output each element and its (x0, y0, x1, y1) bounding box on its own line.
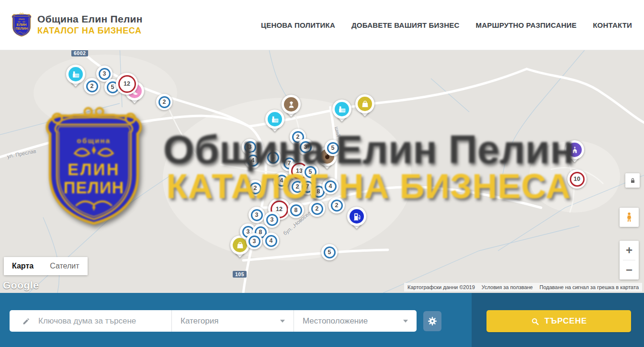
nav-item-add-business[interactable]: ДОБАВЕТЕ ВАШИЯТ БИЗНЕС (351, 21, 459, 29)
crest-line1-text: ЕЛИН (17, 23, 26, 27)
fuel-icon (350, 209, 364, 224)
map-pin-factory[interactable] (66, 65, 85, 90)
crest-line1-text: ЕЛИН (68, 160, 120, 179)
worker-icon (284, 97, 298, 112)
cluster-count: 3 (253, 238, 256, 245)
map-type-satellite-button[interactable]: Сателит (42, 257, 87, 275)
google-logo[interactable]: Google (3, 280, 39, 291)
cluster-marker[interactable]: 2 (84, 78, 100, 94)
cluster-marker[interactable]: 3 (264, 212, 280, 228)
cluster-marker[interactable]: 12 (116, 73, 138, 95)
crest-top-text: община (19, 18, 25, 20)
category-dropdown-label: Категория (181, 316, 218, 326)
cluster-count: 12 (276, 206, 282, 213)
map-pin-worker[interactable] (282, 95, 301, 120)
cluster-count: 2 (90, 83, 94, 90)
pegman-icon (623, 212, 635, 223)
chevron-down-icon (280, 320, 285, 323)
cluster-count: 3 (255, 212, 259, 218)
watermark-crest: община ЕЛИН ПЕЛИН (40, 103, 148, 226)
cluster-count: 3 (103, 70, 106, 77)
municipality-crest-icon: община ЕЛИН ПЕЛИН (11, 11, 33, 37)
gear-icon (427, 316, 438, 326)
attribution-copyright: Картографски данни ©2019 (404, 283, 478, 291)
cluster-count: 3 (271, 216, 274, 223)
cluster-marker[interactable]: 4 (263, 233, 279, 249)
cluster-count: 5 (328, 249, 331, 256)
cluster-count: 5 (111, 84, 114, 90)
search-bar: Категория Местоположение (0, 293, 644, 347)
road-number-badge: 105 (233, 271, 247, 278)
crest-line2-text: ПЕЛИН (64, 179, 124, 197)
watermark-subtitle: КАТАЛОГ НА БИЗНЕСА (160, 167, 577, 206)
site-subtitle: КАТАЛОГ НА БИЗНЕСА (37, 26, 143, 36)
shopping-bag-icon (233, 238, 247, 252)
pencil-icon (22, 317, 31, 325)
search-icon (531, 317, 540, 326)
main-nav: ЦЕНОВА ПОЛИТИКА ДОБАВЕТЕ ВАШИЯТ БИЗНЕС М… (261, 0, 632, 50)
category-dropdown[interactable]: Категория (172, 310, 294, 332)
location-dropdown-label: Местоположение (303, 316, 368, 326)
cluster-marker[interactable]: 5 (321, 244, 338, 260)
factory-icon (268, 112, 282, 126)
crest-line2-text: ПЕЛИН (15, 26, 27, 31)
zoom-control: + − (620, 241, 639, 280)
map-canvas[interactable]: 2351222353467135427842128223338345106002… (0, 50, 644, 293)
cluster-count: 8 (294, 207, 298, 213)
search-button[interactable]: ТЪРСЕНЕ (486, 310, 631, 332)
watermark-title: Община Елин Пелин (158, 126, 579, 173)
site-title: Община Елин Пелин (37, 13, 143, 25)
cluster-marker[interactable]: 3 (246, 233, 262, 249)
factory-icon (335, 102, 349, 116)
attribution-terms-link[interactable]: Условия за ползване (478, 283, 536, 291)
zoom-in-button[interactable]: + (620, 241, 639, 260)
search-fields-group: Категория Местоположение (10, 310, 417, 332)
cluster-count: 12 (124, 80, 130, 87)
factory-icon (68, 67, 83, 81)
keyword-search-input[interactable] (37, 316, 171, 326)
cluster-marker[interactable]: 2 (156, 94, 172, 110)
header: община ЕЛИН ПЕЛИН Община Елин Пелин КАТА… (0, 0, 644, 50)
location-dropdown[interactable]: Местоположение (294, 310, 417, 332)
lock-icon (629, 177, 637, 185)
map-lock-button[interactable] (625, 173, 640, 188)
map-attribution: Картографски данни ©2019 Условия за полз… (404, 283, 642, 291)
nav-item-contacts[interactable]: КОНТАКТИ (593, 21, 632, 29)
chevron-down-icon (403, 320, 408, 323)
map-pin-fuel[interactable] (347, 207, 366, 232)
crest-top-text: община (77, 136, 111, 145)
shopping-bag-icon (358, 97, 372, 111)
attribution-report-link[interactable]: Подаване на сигнал за грешка в картата (536, 283, 642, 291)
map-type-control: Карта Сателит (4, 257, 88, 275)
keyword-field-wrap (10, 310, 171, 332)
advanced-settings-button[interactable] (423, 311, 441, 331)
cluster-count: 4 (270, 237, 273, 244)
map-pin-shopping-bag[interactable] (355, 94, 374, 119)
street-view-pegman-button[interactable] (620, 208, 639, 227)
nav-item-route-schedule[interactable]: МАРШРУТНО РАЗПИСАНИЕ (475, 21, 576, 29)
site-logo[interactable]: община ЕЛИН ПЕЛИН Община Елин Пелин КАТА… (11, 11, 143, 37)
cluster-marker[interactable]: 3 (249, 207, 265, 223)
cluster-count: 2 (163, 99, 166, 105)
road-number-badge: 6002 (71, 50, 88, 56)
search-button-label: ТЪРСЕНЕ (544, 316, 587, 326)
cluster-count: 2 (316, 205, 319, 212)
map-pin-factory[interactable] (332, 100, 351, 124)
nav-item-pricing[interactable]: ЦЕНОВА ПОЛИТИКА (261, 21, 335, 29)
map-type-map-button[interactable]: Карта (4, 257, 42, 275)
cluster-count: 3 (247, 228, 250, 235)
zoom-out-button[interactable]: − (620, 260, 639, 280)
